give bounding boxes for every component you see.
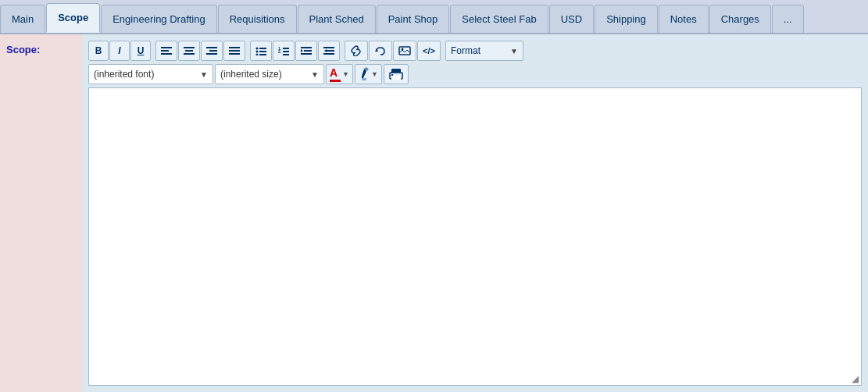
svg-rect-5 xyxy=(184,53,195,55)
svg-rect-11 xyxy=(229,53,240,55)
font-color-a-icon: A xyxy=(330,66,338,79)
tab-paint-shop[interactable]: Paint Shop xyxy=(377,5,450,33)
bullet-list-button[interactable] xyxy=(250,41,272,61)
align-left-icon xyxy=(161,46,172,55)
bullet-list-icon xyxy=(255,46,266,55)
svg-rect-6 xyxy=(206,47,217,48)
align-right-icon xyxy=(206,46,217,55)
format-select[interactable]: Format ▼ xyxy=(445,41,523,61)
svg-rect-23 xyxy=(301,47,312,48)
svg-rect-38 xyxy=(391,74,393,76)
main-content: Scope: B I U xyxy=(0,34,868,392)
svg-point-14 xyxy=(256,54,259,56)
tab-charges[interactable]: Charges xyxy=(709,5,771,33)
svg-rect-3 xyxy=(184,47,195,48)
font-size-select[interactable]: (inherited size) ▼ xyxy=(215,64,324,84)
tab-usd[interactable]: USD xyxy=(549,5,594,33)
font-color-underline-icon xyxy=(330,80,341,82)
bold-button[interactable]: B xyxy=(88,41,109,61)
font-family-select[interactable]: (inherited font) ▼ xyxy=(88,64,213,84)
svg-rect-7 xyxy=(209,50,217,52)
toolbar-row1: B I U xyxy=(88,41,862,61)
svg-point-12 xyxy=(256,48,259,50)
svg-rect-25 xyxy=(301,53,312,55)
tab-more[interactable]: ... xyxy=(772,5,804,33)
svg-rect-22 xyxy=(283,54,289,55)
font-size-chevron-icon: ▼ xyxy=(311,70,319,79)
tab-scope[interactable]: Scope xyxy=(46,3,100,33)
tab-requisitions[interactable]: Requisitions xyxy=(218,5,297,33)
indent-icon xyxy=(301,46,312,55)
svg-rect-9 xyxy=(229,47,240,48)
align-center-button[interactable] xyxy=(178,41,200,61)
print-icon xyxy=(389,68,403,80)
numbered-list-button[interactable]: 1. 2. xyxy=(273,41,295,61)
outdent-icon xyxy=(323,46,334,55)
font-family-chevron-icon: ▼ xyxy=(200,70,208,79)
undo-icon xyxy=(374,45,387,56)
svg-rect-32 xyxy=(399,47,410,55)
svg-rect-0 xyxy=(161,47,172,48)
svg-marker-26 xyxy=(301,49,303,52)
svg-rect-29 xyxy=(323,53,334,55)
tab-bar: Main Scope Engineering Drafting Requisit… xyxy=(0,0,868,34)
svg-rect-1 xyxy=(161,50,169,52)
link-button[interactable] xyxy=(345,41,368,61)
svg-marker-30 xyxy=(324,49,327,52)
align-justify-icon xyxy=(229,46,240,55)
undo-button[interactable] xyxy=(369,41,392,61)
scope-label: Scope: xyxy=(6,44,40,55)
sidebar: Scope: xyxy=(0,34,82,392)
highlight-chevron-icon: ▼ xyxy=(371,70,378,78)
link-icon xyxy=(350,45,363,56)
font-color-chevron-icon: ▼ xyxy=(342,70,349,78)
image-icon xyxy=(398,45,411,56)
outdent-button[interactable] xyxy=(318,41,340,61)
tab-select-steel-fab[interactable]: Select Steel Fab xyxy=(450,5,548,33)
svg-text:2.: 2. xyxy=(278,49,282,54)
svg-rect-34 xyxy=(362,78,366,80)
italic-button[interactable]: I xyxy=(109,41,130,61)
tab-main[interactable]: Main xyxy=(0,5,45,33)
highlighter-icon xyxy=(359,67,370,81)
separator-2 xyxy=(246,41,249,61)
svg-rect-28 xyxy=(327,50,334,52)
separator-4 xyxy=(441,41,445,61)
separator-1 xyxy=(152,41,155,61)
align-justify-button[interactable] xyxy=(223,41,245,61)
image-button[interactable] xyxy=(393,41,416,61)
svg-rect-2 xyxy=(161,53,172,55)
svg-rect-21 xyxy=(283,51,289,52)
tab-engineering-drafting[interactable]: Engineering Drafting xyxy=(101,5,217,33)
underline-button[interactable]: U xyxy=(130,41,151,61)
svg-point-13 xyxy=(256,51,259,53)
code-button[interactable]: </> xyxy=(417,41,441,61)
svg-rect-15 xyxy=(259,48,266,49)
svg-rect-24 xyxy=(304,50,312,52)
tab-shipping[interactable]: Shipping xyxy=(595,5,658,33)
align-left-button[interactable] xyxy=(155,41,177,61)
svg-rect-4 xyxy=(185,50,193,52)
toolbar-row2: (inherited font) ▼ (inherited size) ▼ A … xyxy=(88,64,862,84)
svg-rect-10 xyxy=(229,50,240,52)
tab-notes[interactable]: Notes xyxy=(659,5,709,33)
highlight-color-button[interactable]: ▼ xyxy=(355,64,382,84)
numbered-list-icon: 1. 2. xyxy=(278,46,289,55)
svg-rect-37 xyxy=(391,76,401,80)
align-center-icon xyxy=(184,46,195,55)
font-color-button[interactable]: A ▼ xyxy=(326,64,353,84)
text-editor[interactable]: ◢ xyxy=(88,87,862,386)
svg-rect-27 xyxy=(323,47,334,48)
resize-handle[interactable]: ◢ xyxy=(850,374,859,383)
align-right-button[interactable] xyxy=(201,41,223,61)
svg-rect-16 xyxy=(259,51,266,52)
editor-container: B I U xyxy=(82,34,868,392)
svg-rect-17 xyxy=(259,54,266,55)
svg-rect-8 xyxy=(206,53,217,55)
svg-rect-20 xyxy=(283,48,289,49)
tab-plant-sched[interactable]: Plant Sched xyxy=(298,5,376,33)
print-button[interactable] xyxy=(384,64,409,84)
format-chevron-icon: ▼ xyxy=(510,47,518,55)
indent-button[interactable] xyxy=(295,41,317,61)
separator-3 xyxy=(341,41,344,61)
